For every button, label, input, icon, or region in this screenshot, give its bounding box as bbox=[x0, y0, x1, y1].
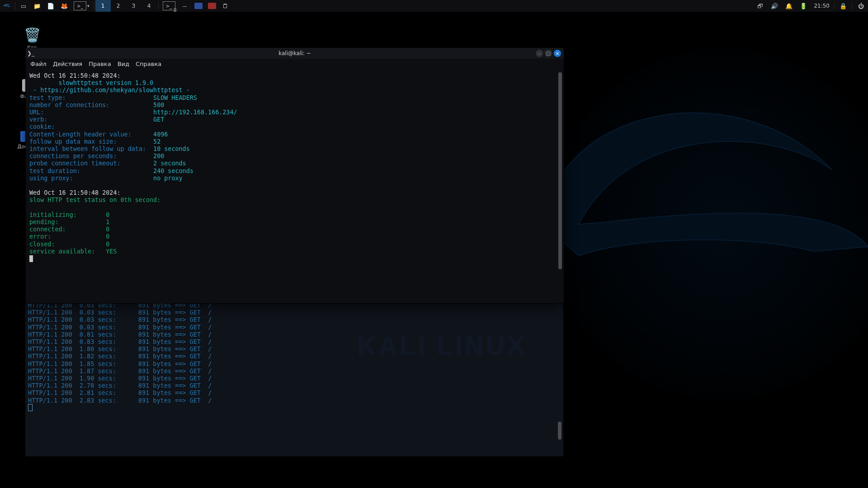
terminal-scrollbar[interactable] bbox=[557, 72, 563, 301]
terminal-titlebar[interactable]: ❯_ kali@kali: ~ – □ ✕ bbox=[26, 48, 564, 59]
panel-firefox-icon[interactable]: 🦊 bbox=[57, 0, 71, 12]
kali-menu-icon[interactable] bbox=[0, 0, 14, 12]
panel-lock[interactable]: 🔒 bbox=[836, 0, 850, 12]
document-icon: 📄 bbox=[47, 2, 55, 10]
panel-task-terminal[interactable]: >_2 bbox=[160, 0, 178, 12]
lock-icon: 🔒 bbox=[839, 2, 847, 10]
note-icon: 🗒 bbox=[222, 2, 230, 10]
panel-clock[interactable]: 21:50 bbox=[811, 0, 833, 12]
terminal-icon: >_ bbox=[74, 1, 86, 10]
task-min-icon: — bbox=[181, 2, 189, 10]
window-icon: ▭ bbox=[19, 2, 28, 10]
panel-task-tile1[interactable] bbox=[192, 0, 205, 12]
top-panel: ▭ 📁 📄 🦊 >_▾ 1234 >_2 — 🗒 🗗 🔊 🔔 🔋 21:50 🔒… bbox=[0, 0, 868, 12]
battery-icon: 🔋 bbox=[799, 2, 807, 10]
panel-task-tile2[interactable] bbox=[205, 0, 219, 12]
firefox-icon: 🦊 bbox=[60, 2, 68, 10]
panel-editor-icon[interactable]: 📄 bbox=[44, 0, 57, 12]
panel-battery[interactable]: 🔋 bbox=[796, 0, 811, 12]
panel-terminal-icon[interactable]: >_▾ bbox=[71, 0, 92, 12]
window-maximize-button[interactable]: □ bbox=[545, 50, 552, 57]
workspace-4[interactable]: 4 bbox=[142, 0, 157, 12]
terminal-menu-вид[interactable]: Вид bbox=[118, 61, 129, 70]
tile-blue-icon bbox=[194, 3, 203, 9]
workspaces-icon: 🗗 bbox=[756, 2, 764, 10]
panel-task-note[interactable]: 🗒 bbox=[219, 0, 232, 12]
trash-icon: 🗑️ bbox=[16, 27, 48, 43]
scrollbar-thumb[interactable] bbox=[558, 422, 561, 440]
window-close-button[interactable]: ✕ bbox=[554, 50, 561, 57]
workspace-3[interactable]: 3 bbox=[126, 0, 142, 12]
speaker-icon: 🔊 bbox=[770, 2, 778, 10]
window-minimize-button[interactable]: – bbox=[536, 50, 543, 57]
tile-red-icon bbox=[208, 3, 216, 9]
panel-app-icon[interactable]: ▭ bbox=[17, 0, 30, 12]
workspace-1[interactable]: 1 bbox=[95, 0, 111, 12]
panel-sound[interactable]: 🔊 bbox=[767, 0, 782, 12]
task-terminal-icon: >_2 bbox=[163, 1, 175, 10]
bell-icon: 🔔 bbox=[785, 2, 793, 10]
panel-notifications[interactable]: 🔔 bbox=[782, 0, 796, 12]
panel-power[interactable]: ⏻ bbox=[854, 0, 868, 12]
terminal-menu-файл[interactable]: Файл bbox=[30, 61, 47, 70]
workspace-2[interactable]: 2 bbox=[111, 0, 126, 12]
terminal-menu-правка[interactable]: Правка bbox=[89, 61, 111, 70]
panel-files-icon[interactable]: 📁 bbox=[30, 0, 44, 12]
terminal-menu-справка[interactable]: Справка bbox=[136, 61, 161, 70]
scrollbar-thumb[interactable] bbox=[558, 72, 562, 269]
panel-task-min[interactable]: — bbox=[178, 0, 192, 12]
power-icon: ⏻ bbox=[857, 2, 865, 10]
folder-icon: 📁 bbox=[33, 2, 41, 10]
terminal-output[interactable]: Wed Oct 16 21:50:48 2024: slowhttptest v… bbox=[26, 70, 564, 303]
terminal-title-text: kali@kali: ~ bbox=[26, 50, 564, 56]
terminal-menu-действия[interactable]: Действия bbox=[53, 61, 82, 70]
panel-workspace-switcher[interactable]: 🗗 bbox=[753, 0, 767, 12]
terminal-window: ❯_ kali@kali: ~ – □ ✕ ФайлДействияПравка… bbox=[25, 47, 564, 304]
